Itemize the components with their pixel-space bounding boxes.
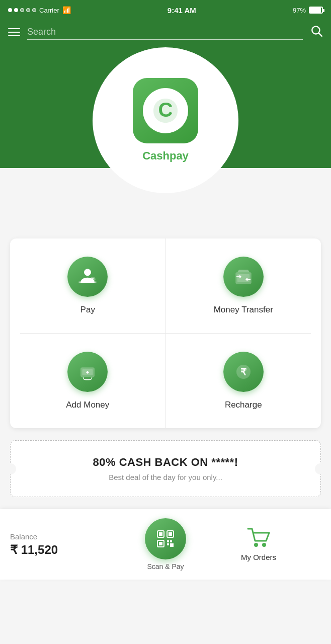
pay-icon-circle: $ — [67, 257, 108, 297]
recharge-label: Recharge — [225, 400, 262, 410]
promo-banner[interactable]: 80% CASH BACK ON *****! Best deal of the… — [10, 440, 321, 497]
status-bar: Carrier 📶 9:41 AM 97% — [0, 0, 331, 20]
cashpay-logo-icon: C — [147, 93, 184, 129]
status-right: 97% — [293, 7, 323, 14]
battery-icon — [309, 7, 323, 14]
pay-button[interactable]: $ Pay — [10, 238, 166, 333]
scan-pay-label: Scan & Pay — [147, 562, 184, 571]
scan-pay-button[interactable] — [145, 518, 186, 559]
svg-point-25 — [254, 543, 258, 547]
search-bar — [0, 20, 331, 47]
search-input-wrapper[interactable] — [27, 25, 303, 40]
battery-percent: 97% — [293, 7, 306, 14]
promo-notch-right — [315, 463, 326, 474]
wifi-icon: 📶 — [62, 6, 71, 14]
svg-rect-21 — [167, 540, 169, 542]
cart-icon — [247, 528, 270, 548]
scan-pay-section[interactable]: Scan & Pay — [135, 518, 196, 571]
recharge-icon-circle: ₹ — [223, 352, 264, 392]
logo-box: C — [133, 78, 198, 143]
recharge-button[interactable]: ₹ Recharge — [166, 334, 321, 428]
my-orders-section[interactable]: My Orders — [196, 528, 321, 561]
svg-rect-16 — [159, 532, 162, 536]
svg-point-26 — [262, 543, 266, 547]
svg-rect-22 — [170, 540, 172, 542]
my-orders-label: My Orders — [241, 553, 276, 561]
hero-section: C Cashpay — [0, 47, 331, 198]
search-input[interactable] — [27, 25, 303, 39]
balance-section: Balance ₹ 11,520 — [10, 532, 135, 557]
status-time: 9:41 AM — [168, 6, 196, 15]
add-money-button[interactable]: Add Money — [10, 334, 166, 428]
qr-icon — [154, 527, 177, 550]
signal-dots — [8, 8, 36, 12]
search-icon[interactable] — [310, 24, 323, 40]
balance-label: Balance — [10, 532, 135, 541]
brand-name: Cashpay — [142, 149, 189, 163]
grid-row-top: $ Pay — [10, 238, 321, 333]
promo-notch-left — [5, 463, 16, 474]
actions-grid-card: $ Pay — [10, 238, 321, 428]
add-money-icon — [77, 361, 98, 382]
logo-inner: C — [143, 88, 188, 133]
svg-rect-24 — [170, 543, 174, 547]
balance-amount: ₹ 11,520 — [10, 543, 135, 557]
svg-rect-23 — [167, 543, 169, 545]
svg-line-1 — [319, 33, 322, 36]
money-transfer-label: Money Transfer — [214, 305, 273, 315]
promo-subtitle: Best deal of the day for you only... — [21, 473, 310, 481]
svg-rect-20 — [159, 542, 162, 545]
svg-rect-18 — [169, 532, 172, 536]
money-transfer-icon-circle — [223, 257, 264, 297]
carrier-label: Carrier — [39, 7, 59, 14]
grid-row-bottom: Add Money ₹ Recharge — [10, 334, 321, 428]
cart-icon-wrapper — [247, 528, 270, 550]
bottom-bar: Balance ₹ 11,520 Sc — [0, 509, 331, 580]
main-content: $ Pay — [0, 238, 331, 580]
add-money-label: Add Money — [66, 400, 109, 410]
recharge-icon: ₹ — [233, 361, 254, 382]
logo-circle: C Cashpay — [93, 47, 238, 193]
money-transfer-icon — [233, 266, 254, 287]
pay-label: Pay — [80, 305, 95, 315]
svg-text:C: C — [158, 99, 173, 121]
pay-icon: $ — [77, 266, 98, 287]
svg-text:$: $ — [92, 277, 94, 282]
add-money-icon-circle — [67, 352, 108, 392]
promo-title: 80% CASH BACK ON *****! — [21, 456, 310, 469]
status-left: Carrier 📶 — [8, 6, 71, 14]
svg-rect-6 — [237, 274, 250, 282]
svg-text:₹: ₹ — [240, 367, 247, 377]
hamburger-menu-button[interactable] — [8, 28, 20, 36]
money-transfer-button[interactable]: Money Transfer — [166, 238, 321, 333]
